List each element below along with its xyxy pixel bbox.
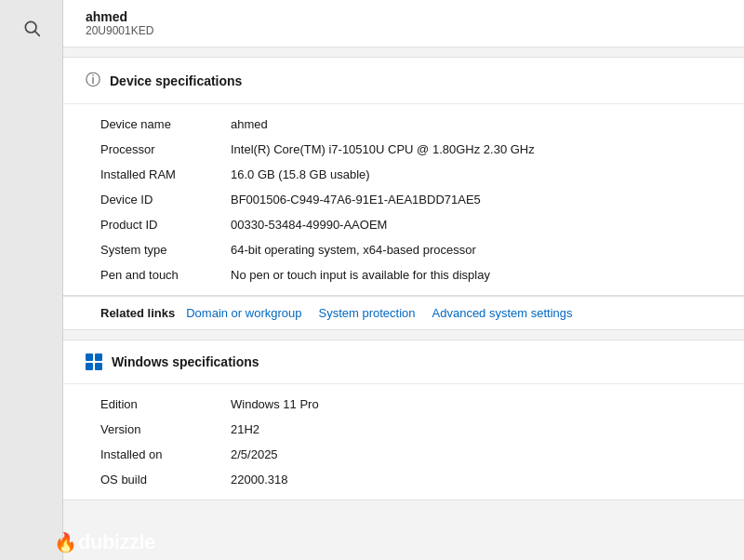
spec-value: ahmed bbox=[231, 117, 707, 131]
spec-value: 2/5/2025 bbox=[231, 447, 707, 461]
table-row: Processor Intel(R) Core(TM) i7-10510U CP… bbox=[100, 137, 707, 162]
table-row: Installed on 2/5/2025 bbox=[100, 442, 707, 467]
search-icon bbox=[22, 19, 41, 37]
spec-value: Intel(R) Core(TM) i7-10510U CPU @ 1.80GH… bbox=[231, 142, 707, 156]
related-links-label: Related links bbox=[100, 306, 175, 320]
spec-value: 22000.318 bbox=[231, 473, 707, 487]
sidebar bbox=[0, 0, 63, 560]
spec-label: Device ID bbox=[100, 193, 231, 207]
spec-value: 16.0 GB (15.8 GB usable) bbox=[231, 167, 707, 181]
spec-value: Windows 11 Pro bbox=[231, 397, 707, 411]
spec-value: 00330-53484-49990-AAOEM bbox=[231, 218, 707, 232]
main-content: ahmed 20U9001KED ⓘ Device specifications… bbox=[63, 0, 744, 560]
device-title: ahmed bbox=[86, 9, 722, 24]
related-link[interactable]: Domain or workgroup bbox=[186, 306, 301, 320]
spec-value: BF001506-C949-47A6-91E1-AEA1BDD71AE5 bbox=[231, 193, 707, 207]
spec-label: Installed on bbox=[100, 447, 231, 461]
related-links-bar: Related links Domain or workgroupSystem … bbox=[63, 296, 744, 330]
device-specs-card: ⓘ Device specifications Device name ahme… bbox=[63, 57, 744, 296]
table-row: Version 21H2 bbox=[100, 417, 707, 442]
table-row: Edition Windows 11 Pro bbox=[100, 392, 707, 417]
spec-label: Pen and touch bbox=[100, 268, 231, 282]
spec-value: 64-bit operating system, x64-based proce… bbox=[231, 243, 707, 257]
device-specs-title: Device specifications bbox=[110, 73, 242, 88]
spec-value: 21H2 bbox=[231, 422, 707, 436]
spec-value: No pen or touch input is available for t… bbox=[231, 268, 707, 282]
top-header: ahmed 20U9001KED bbox=[63, 0, 744, 47]
windows-specs-title: Windows specifications bbox=[112, 354, 259, 369]
spec-label: OS build bbox=[100, 473, 231, 487]
table-row: System type 64-bit operating system, x64… bbox=[100, 237, 707, 262]
info-icon: ⓘ bbox=[86, 71, 100, 90]
windows-specs-card: Windows specifications Edition Windows 1… bbox=[63, 340, 744, 500]
device-specs-header: ⓘ Device specifications bbox=[63, 58, 744, 104]
device-subtitle: 20U9001KED bbox=[86, 24, 722, 37]
table-row: Pen and touch No pen or touch input is a… bbox=[100, 262, 707, 287]
related-link[interactable]: Advanced system settings bbox=[432, 306, 573, 320]
spec-label: Installed RAM bbox=[100, 167, 231, 181]
table-row: Product ID 00330-53484-49990-AAOEM bbox=[100, 212, 707, 237]
spec-table: Device name ahmed Processor Intel(R) Cor… bbox=[63, 104, 744, 295]
search-button[interactable] bbox=[15, 11, 48, 45]
spec-label: Processor bbox=[100, 142, 231, 156]
svg-line-1 bbox=[34, 32, 39, 36]
table-row: Installed RAM 16.0 GB (15.8 GB usable) bbox=[100, 162, 707, 187]
windows-logo-icon bbox=[86, 353, 102, 370]
spec-label: Product ID bbox=[100, 218, 231, 232]
table-row: Device name ahmed bbox=[100, 112, 707, 137]
spec-label: System type bbox=[100, 243, 231, 257]
windows-specs-header: Windows specifications bbox=[63, 340, 744, 384]
related-links-container: Domain or workgroupSystem protectionAdva… bbox=[186, 306, 585, 320]
windows-spec-table: Edition Windows 11 Pro Version 21H2 Inst… bbox=[63, 384, 744, 500]
table-row: Device ID BF001506-C949-47A6-91E1-AEA1BD… bbox=[100, 187, 707, 212]
spec-label: Version bbox=[100, 422, 231, 436]
spec-label: Device name bbox=[100, 117, 231, 131]
table-row: OS build 22000.318 bbox=[100, 467, 707, 492]
spec-label: Edition bbox=[100, 397, 231, 411]
related-link[interactable]: System protection bbox=[318, 306, 415, 320]
